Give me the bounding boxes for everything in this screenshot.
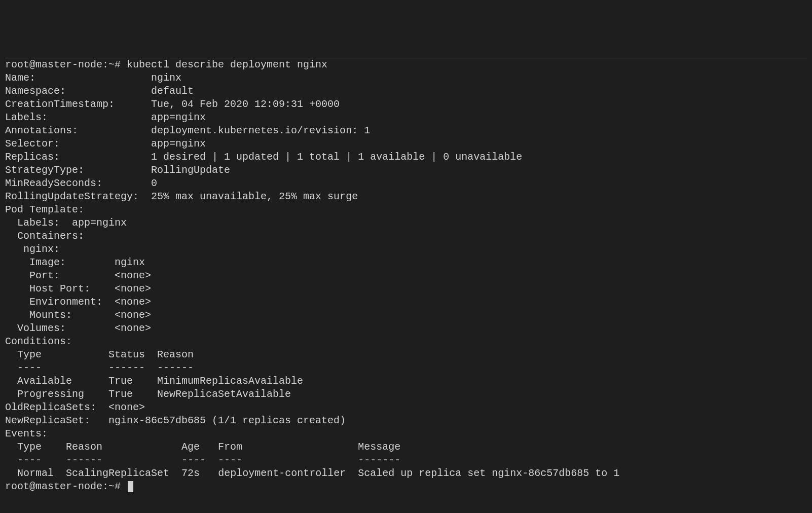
cell: True <box>108 375 133 387</box>
field-value: nginx <box>115 256 145 268</box>
cell: ScalingReplicaSet <box>66 467 169 479</box>
output-line: MinReadySeconds: 0 <box>5 177 807 190</box>
col-sep: ---- <box>5 362 42 374</box>
field-value: <none> <box>115 322 151 334</box>
col-header: Message <box>358 441 400 453</box>
output-line: Available True MinimumReplicasAvailable <box>5 375 807 388</box>
output-line: nginx: <box>5 243 807 256</box>
section-header: Conditions: <box>5 336 72 347</box>
field-label: Volumes: <box>5 322 66 334</box>
output-line: StrategyType: RollingUpdate <box>5 164 807 177</box>
field-label: Name: <box>5 72 35 84</box>
field-value: RollingUpdate <box>151 164 230 176</box>
field-value: 1 desired | 1 updated | 1 total | 1 avai… <box>151 151 522 163</box>
container-name: nginx: <box>5 243 60 255</box>
output-line: Events: <box>5 427 807 441</box>
field-label: OldReplicaSets: <box>5 401 96 413</box>
field-label: Replicas: <box>5 151 60 163</box>
col-sep: ---- <box>218 454 242 466</box>
field-value: deployment.kubernetes.io/revision: 1 <box>151 125 370 136</box>
prompt-line: root@master-node:~# <box>5 480 807 493</box>
field-label: Namespace: <box>5 85 66 97</box>
cell: Available <box>5 375 72 387</box>
col-sep: ------ <box>66 454 102 466</box>
output-line: Normal ScalingReplicaSet 72s deployment-… <box>5 467 807 480</box>
col-header: Type <box>5 349 42 360</box>
col-sep: ---- <box>181 454 206 466</box>
cursor-icon[interactable] <box>128 481 133 492</box>
section-header: Events: <box>5 428 48 439</box>
col-header: Reason <box>157 349 194 360</box>
field-label: MinReadySeconds: <box>5 177 102 189</box>
cell: Normal <box>5 467 54 479</box>
field-value: app=nginx <box>151 112 206 123</box>
section-header: Pod Template: <box>5 204 84 215</box>
col-header: Status <box>108 349 145 360</box>
output-line: OldReplicaSets: <none> <box>5 401 807 414</box>
output-line: NewReplicaSet: nginx-86c57db685 (1/1 rep… <box>5 414 807 427</box>
command-line: root@master-node:~# kubectl describe dep… <box>5 58 807 71</box>
cell: NewReplicaSetAvailable <box>157 388 291 400</box>
cell: MinimumReplicasAvailable <box>157 375 303 387</box>
field-value: <none> <box>115 283 151 295</box>
output-line: Progressing True NewReplicaSetAvailable <box>5 388 807 401</box>
field-label: Selector: <box>5 138 60 150</box>
field-label: CreationTimestamp: <box>5 98 115 110</box>
output-line: Volumes: <none> <box>5 322 807 335</box>
col-header: Type <box>5 441 42 453</box>
output-line: Name: nginx <box>5 71 807 85</box>
field-value: 0 <box>151 177 157 189</box>
field-label: NewReplicaSet: <box>5 415 90 426</box>
field-value: <none> <box>108 401 145 413</box>
pod-labels: Labels: app=nginx <box>5 217 127 229</box>
output-line: Environment: <none> <box>5 296 807 309</box>
output-line: Port: <none> <box>5 269 807 282</box>
output-line: Host Port: <none> <box>5 282 807 296</box>
output-line: Replicas: 1 desired | 1 updated | 1 tota… <box>5 151 807 164</box>
output-line: Namespace: default <box>5 85 807 98</box>
col-header: Reason <box>66 441 102 453</box>
output-line: Labels: app=nginx <box>5 111 807 124</box>
field-label: Environment: <box>5 296 102 308</box>
field-label: Mounts: <box>5 309 72 321</box>
output-line: Containers: <box>5 230 807 243</box>
field-value: Tue, 04 Feb 2020 12:09:31 +0000 <box>151 98 340 110</box>
prompt: root@master-node:~# <box>5 59 127 70</box>
output-line: Labels: app=nginx <box>5 216 807 230</box>
field-label: RollingUpdateStrategy: <box>5 191 139 202</box>
field-label: Image: <box>5 256 66 268</box>
field-label: Annotations: <box>5 125 78 136</box>
cell: 72s <box>181 467 200 479</box>
field-value: <none> <box>115 296 151 308</box>
output-line: RollingUpdateStrategy: 25% max unavailab… <box>5 190 807 203</box>
field-label: Labels: <box>5 112 48 123</box>
field-label: Host Port: <box>5 283 90 295</box>
output-line: Conditions: <box>5 335 807 348</box>
cell: True <box>108 388 133 400</box>
col-header: Age <box>181 441 200 453</box>
output-line: Type Reason Age From Message <box>5 441 807 454</box>
field-value: <none> <box>115 309 151 321</box>
field-value: default <box>151 85 194 97</box>
containers-header: Containers: <box>5 230 84 242</box>
field-value: <none> <box>115 270 151 281</box>
output-line: Mounts: <none> <box>5 309 807 322</box>
output-line: Image: nginx <box>5 256 807 269</box>
cell: deployment-controller <box>218 467 346 479</box>
field-value: nginx-86c57db685 (1/1 replicas created) <box>108 415 346 426</box>
cell: Progressing <box>5 388 84 400</box>
output-line: ---- ------ ---- ---- ------- <box>5 454 807 467</box>
terminal-window[interactable]: root@master-node:~# kubectl describe dep… <box>5 58 807 493</box>
field-value: app=nginx <box>151 138 206 150</box>
output-line: CreationTimestamp: Tue, 04 Feb 2020 12:0… <box>5 98 807 111</box>
output-line: Annotations: deployment.kubernetes.io/re… <box>5 124 807 137</box>
output-line: Selector: app=nginx <box>5 137 807 151</box>
field-value: 25% max unavailable, 25% max surge <box>151 191 358 202</box>
col-sep: ------- <box>358 454 400 466</box>
command-text: kubectl describe deployment nginx <box>127 59 327 70</box>
field-label: StrategyType: <box>5 164 84 176</box>
output-line: Type Status Reason <box>5 348 807 361</box>
col-header: From <box>218 441 242 453</box>
col-sep: ------ <box>108 362 145 374</box>
cell: Scaled up replica set nginx-86c57db685 t… <box>358 467 619 479</box>
